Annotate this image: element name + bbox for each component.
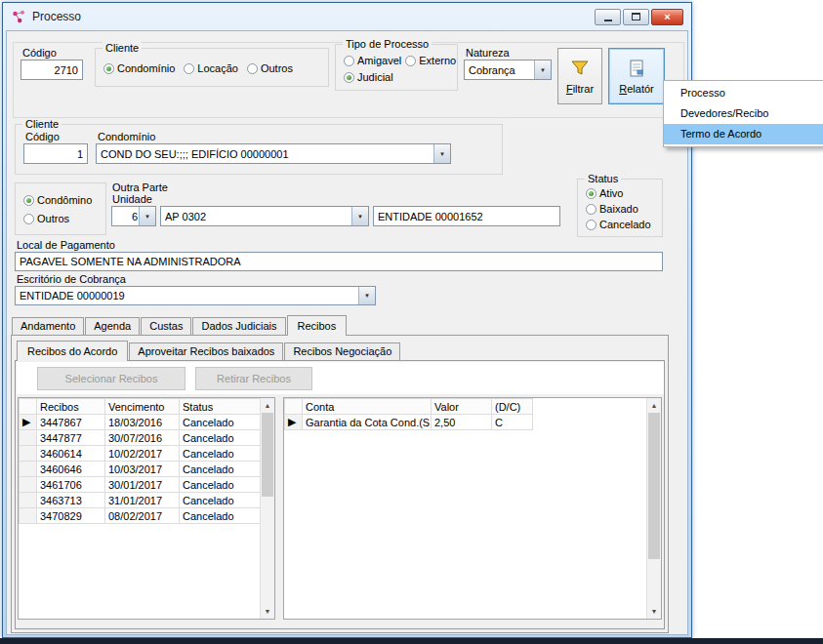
cell-recibo[interactable]: 3447877 [37, 430, 105, 446]
retirar-recibos-button[interactable]: Retirar Recibos [195, 367, 312, 390]
dropdown-button[interactable]: ▼ [433, 144, 450, 163]
cell-recibo[interactable]: 3460646 [37, 462, 105, 477]
radio-outros[interactable]: Outros [247, 62, 293, 74]
dropdown-button[interactable]: ▼ [358, 287, 375, 304]
radio-amigavel[interactable]: Amigavel [344, 55, 401, 66]
cell-recibo[interactable]: 3463713 [37, 493, 105, 508]
scroll-down-icon[interactable]: ▼ [647, 604, 661, 619]
radio-condomino[interactable]: Condômino [23, 194, 92, 206]
unidade-label: Unidade [112, 193, 152, 205]
codigo-value: 2710 [55, 64, 78, 76]
radio-locacao[interactable]: Locação [184, 62, 238, 74]
cell-status[interactable]: Cancelado [180, 462, 261, 477]
scrollbar-thumb[interactable] [262, 413, 273, 497]
table-row[interactable]: 3470829 08/02/2017 Cancelado [20, 508, 261, 524]
dropdown-button[interactable]: ▼ [351, 207, 368, 225]
minimize-button[interactable] [595, 9, 621, 25]
cell-vencimento[interactable]: 10/03/2017 [105, 462, 180, 477]
selecionar-recibos-button[interactable]: Selecionar Recibos [37, 367, 185, 390]
filtrar-button[interactable]: Filtrar [557, 48, 602, 104]
scroll-down-icon[interactable]: ▼ [261, 604, 274, 619]
row-header-cell [285, 399, 303, 415]
tab-agenda[interactable]: Agenda [85, 317, 140, 335]
tab-custas[interactable]: Custas [141, 317, 191, 335]
radio-ativo[interactable]: Ativo [586, 187, 623, 199]
titlebar[interactable]: Processo × [4, 3, 690, 30]
cell-recibo[interactable]: 3460614 [37, 446, 105, 462]
tab-recibos[interactable]: Recibos [287, 315, 348, 336]
menu-item-devedores-recibo[interactable]: Devedores/Recibo [664, 103, 823, 124]
radio-condominio[interactable]: Condomínio [103, 62, 175, 74]
column-header[interactable]: Vencimento [105, 399, 180, 415]
local-pagamento-field[interactable]: PAGAVEL SOMENTE NA ADMINISTRADORA [15, 252, 663, 271]
cell-conta[interactable]: Garantia da Cota Cond.(S [303, 415, 432, 430]
cell-recibo[interactable]: 3470829 [37, 508, 105, 524]
escritorio-combo[interactable]: ENTIDADE 00000019 ▼ [15, 286, 376, 305]
codigo-field[interactable]: 2710 [21, 60, 83, 80]
maximize-button[interactable] [623, 9, 649, 25]
table-row[interactable]: 3463713 31/01/2017 Cancelado [20, 493, 261, 508]
table-row[interactable]: 3460646 10/03/2017 Cancelado [20, 462, 261, 477]
cell-vencimento[interactable]: 18/03/2016 [105, 415, 180, 430]
radio-baixado[interactable]: Baixado [586, 203, 638, 215]
tab-aproveitar-recibos[interactable]: Aproveitar Recibos baixados [129, 342, 283, 360]
cell-vencimento[interactable]: 30/07/2016 [105, 430, 180, 446]
cell-recibo[interactable]: 3447867 [37, 415, 105, 430]
chevron-down-icon: ▼ [144, 214, 150, 220]
entidade-field[interactable]: ENTIDADE 00001652 [373, 206, 560, 226]
cell-vencimento[interactable]: 31/01/2017 [105, 493, 180, 508]
scroll-up-icon[interactable]: ▲ [647, 398, 661, 413]
tab-recibos-negociacao[interactable]: Recibos Negociação [284, 342, 400, 360]
scroll-up-icon[interactable]: ▲ [261, 398, 274, 413]
table-row[interactable]: 3460614 10/02/2017 Cancelado [20, 446, 261, 462]
cliente-codigo-field[interactable]: 1 [23, 143, 88, 164]
cliente-codigo-label: Código [25, 131, 60, 142]
recibos-scrollbar[interactable]: ▲ ▼ [260, 398, 274, 619]
contas-scrollbar[interactable]: ▲ ▼ [646, 398, 661, 619]
tab-recibos-do-acordo[interactable]: Recibos do Acordo [17, 341, 128, 361]
natureza-combo[interactable]: Cobrança ▼ [464, 60, 552, 80]
cell-status[interactable]: Cancelado [180, 430, 261, 446]
radio-judicial[interactable]: Judicial [344, 71, 393, 83]
tab-dados-judiciais[interactable]: Dados Judiciais [192, 317, 285, 335]
menu-item-termo-de-acordo[interactable]: Termo de Acordo [664, 124, 823, 144]
cell-vencimento[interactable]: 30/01/2017 [105, 477, 180, 493]
relatorios-button[interactable]: Relatór [608, 48, 665, 104]
unidade-desc-combo[interactable]: AP 0302 ▼ [160, 206, 369, 226]
cell-valor[interactable]: 2,50 [432, 415, 492, 430]
radio-label: Locação [197, 62, 238, 74]
table-row[interactable]: 3447877 30/07/2016 Cancelado [20, 430, 261, 446]
cell-status[interactable]: Cancelado [180, 493, 261, 508]
column-header[interactable]: Valor [432, 399, 492, 415]
cell-recibo[interactable]: 3461706 [37, 477, 105, 493]
cell-vencimento[interactable]: 10/02/2017 [105, 446, 180, 462]
radio-label: Baixado [599, 203, 638, 215]
scrollbar-thumb[interactable] [648, 413, 660, 559]
radio-externo[interactable]: Externo [405, 55, 456, 66]
dropdown-button[interactable]: ▼ [534, 60, 551, 79]
condominio-combo[interactable]: COND DO SEU:;;; EDIFÍCIO 00000001 ▼ [96, 143, 451, 164]
cell-status[interactable]: Cancelado [180, 446, 261, 462]
column-header[interactable]: Recibos [37, 399, 105, 415]
tab-andamento[interactable]: Andamento [12, 317, 84, 335]
column-header[interactable]: (D/C) [492, 399, 533, 415]
radio-cancelado[interactable]: Cancelado [586, 219, 651, 230]
menu-item-processo[interactable]: Processo [664, 83, 823, 103]
column-header[interactable]: Status [180, 399, 261, 415]
cell-dc[interactable]: C [492, 415, 533, 430]
cell-status[interactable]: Cancelado [180, 415, 261, 430]
table-row[interactable]: 3461706 30/01/2017 Cancelado [20, 477, 261, 493]
table-row[interactable]: ▶ 3447867 18/03/2016 Cancelado [20, 415, 261, 430]
cell-status[interactable]: Cancelado [180, 508, 261, 524]
cell-vencimento[interactable]: 08/02/2017 [105, 508, 180, 524]
table-row[interactable]: ▶ Garantia da Cota Cond.(S 2,50 C [285, 415, 533, 430]
close-button[interactable]: × [651, 9, 683, 25]
recibos-acordo-panel: Selecionar Recibos Retirar Recibos Recib… [15, 360, 665, 629]
local-pagamento-value: PAGAVEL SOMENTE NA ADMINISTRADORA [20, 256, 241, 267]
column-header[interactable]: Conta [303, 399, 432, 415]
dropdown-button[interactable]: ▼ [139, 207, 155, 225]
unidade-num-combo[interactable]: 6 ▼ [111, 206, 156, 226]
cell-status[interactable]: Cancelado [180, 477, 261, 493]
radio-icon [586, 204, 597, 215]
radio-parte-outros[interactable]: Outros [23, 213, 69, 224]
